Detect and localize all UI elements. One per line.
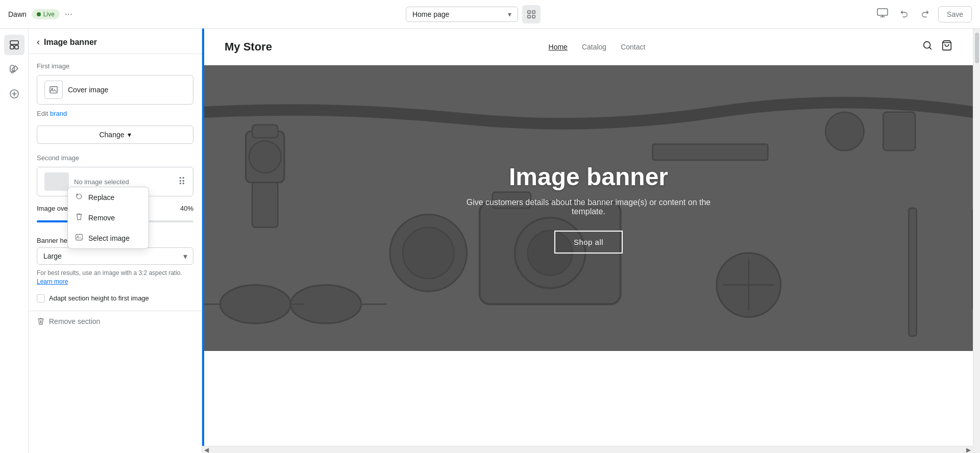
back-button[interactable]: ‹ [37, 37, 40, 47]
chevron-down-icon: ▾ [508, 10, 511, 18]
replace-icon [75, 192, 83, 203]
hscroll-right-arrow[interactable]: ▶ [964, 446, 973, 454]
remove-section-label: Remove section [49, 317, 100, 325]
live-dot [37, 12, 41, 16]
banner-subtitle: Give customers details about the banner … [451, 198, 726, 216]
live-badge: Live [32, 9, 60, 19]
image-icon [49, 85, 58, 94]
undo-icon [899, 9, 909, 18]
trash-icon [37, 317, 45, 325]
left-panel: ‹ Image banner First image Cover image [29, 29, 202, 453]
hint-text-content: For best results, use an image with a 3:… [37, 269, 182, 276]
desktop-icon-button[interactable] [874, 5, 891, 23]
hint-text: For best results, use an image with a 3:… [37, 269, 193, 286]
change-chevron-icon: ▾ [128, 131, 131, 139]
topbar-left: Dawn Live ··· [8, 9, 72, 19]
panel-scroll[interactable]: First image Cover image Edit b [29, 54, 202, 453]
replace-label: Replace [88, 193, 114, 202]
grid-icon-button[interactable] [522, 5, 541, 23]
first-image-label: First image [37, 62, 193, 70]
nav-catalog-link[interactable]: Catalog [582, 43, 606, 51]
cover-image-icon [44, 81, 63, 99]
banner-content: Image banner Give customers details abou… [451, 163, 726, 254]
remove-item[interactable]: Remove [68, 208, 149, 228]
paint-icon [9, 64, 19, 74]
adapt-checkbox-label: Adapt section height to first image [49, 294, 149, 302]
select-image-icon [75, 233, 83, 243]
store-nav: My Store Home Catalog Contact [204, 29, 973, 65]
banner-height-select[interactable]: Small Medium Large Extra large [37, 247, 193, 265]
cart-icon[interactable] [941, 40, 952, 54]
more-options-button[interactable]: ··· [65, 9, 72, 19]
second-image-thumb [44, 172, 69, 191]
cover-image-box: Cover image [37, 75, 193, 105]
svg-rect-9 [50, 87, 57, 93]
store-nav-icons [922, 40, 952, 54]
remove-label: Remove [88, 214, 115, 222]
second-image-label: Second image [37, 154, 193, 162]
brand-link[interactable]: brand [50, 110, 67, 117]
preview-scrollbar [973, 29, 980, 453]
adapt-checkbox-row: Adapt section height to first image [37, 294, 193, 303]
svg-rect-4 [877, 9, 888, 15]
store-nav-links: Home Catalog Contact [549, 43, 646, 51]
edit-label: Edit [37, 110, 48, 117]
page-selector[interactable]: Home page ▾ [406, 7, 518, 22]
remove-icon [75, 213, 83, 223]
preview-left-border [202, 29, 204, 446]
preview-scrollbar-thumb[interactable] [975, 33, 979, 63]
store-logo: My Store [225, 40, 272, 54]
banner-section: Image banner Give customers details abou… [204, 65, 973, 351]
adapt-checkbox[interactable] [37, 294, 45, 303]
live-label: Live [43, 11, 55, 18]
store-preview: My Store Home Catalog Contact [204, 29, 973, 446]
edit-brand-line: Edit brand [37, 110, 193, 117]
svg-rect-1 [532, 10, 535, 13]
blocks-button[interactable] [4, 84, 24, 104]
blocks-icon [9, 89, 19, 99]
svg-rect-11 [76, 234, 83, 240]
sections-button[interactable] [4, 35, 24, 55]
topbar-right: Save [874, 5, 972, 23]
undo-button[interactable] [895, 6, 913, 23]
panel-title: Image banner [44, 38, 97, 47]
redo-button[interactable] [917, 6, 934, 23]
topbar-center: Home page ▾ [406, 5, 541, 23]
change-button[interactable]: Change ▾ [37, 125, 193, 144]
sections-icon [9, 40, 19, 50]
preview-area: My Store Home Catalog Contact [202, 29, 980, 453]
preview-hscrollbar: ◀ ▶ [202, 446, 973, 453]
app-name: Dawn [8, 10, 27, 18]
shop-all-button[interactable]: Shop all [554, 231, 623, 254]
nav-contact-link[interactable]: Contact [621, 43, 645, 51]
svg-rect-7 [15, 45, 18, 49]
svg-rect-0 [528, 10, 530, 13]
icon-sidebar [0, 29, 29, 453]
svg-rect-2 [528, 15, 530, 17]
svg-point-10 [52, 88, 53, 90]
select-image-item[interactable]: Select image [68, 228, 149, 248]
theme-button[interactable] [4, 59, 24, 80]
select-wrapper: Small Medium Large Extra large [37, 247, 193, 265]
dropdown-menu: Replace Remove Select im [67, 187, 149, 249]
svg-point-12 [77, 236, 78, 237]
hscroll-left-arrow[interactable]: ◀ [202, 446, 211, 454]
change-label: Change [99, 131, 124, 139]
search-icon[interactable] [922, 40, 933, 54]
svg-point-13 [924, 42, 930, 48]
learn-more-link[interactable]: Learn more [37, 278, 68, 285]
nav-home-link[interactable]: Home [549, 43, 568, 51]
redo-icon [921, 9, 930, 18]
drag-handle-icon[interactable]: ⠿ [178, 175, 186, 188]
main-layout: ‹ Image banner First image Cover image [0, 29, 980, 453]
svg-rect-6 [10, 45, 14, 49]
svg-rect-3 [532, 15, 535, 17]
remove-section-button[interactable]: Remove section [29, 311, 202, 332]
panel-content: First image Cover image Edit b [29, 54, 202, 311]
replace-item[interactable]: Replace [68, 187, 149, 208]
desktop-icon [877, 8, 888, 17]
save-button[interactable]: Save [938, 6, 972, 22]
opacity-value: 40% [180, 205, 193, 212]
page-selector-value: Home page [412, 10, 449, 18]
topbar: Dawn Live ··· Home page ▾ [0, 0, 980, 29]
